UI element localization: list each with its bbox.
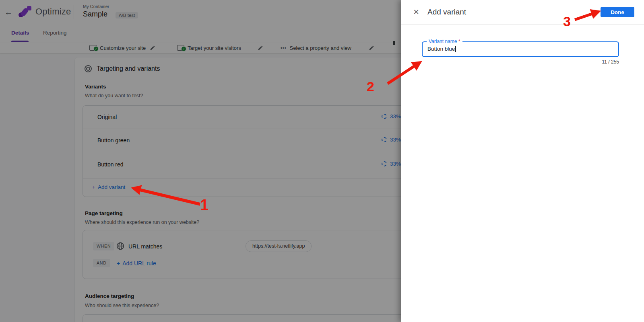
panel-header: ✕ Add variant Done bbox=[401, 0, 644, 25]
optimize-app: ← Optimize My Container Sample A/B test … bbox=[0, 0, 644, 322]
variant-name-label: Variant name * bbox=[427, 39, 462, 44]
done-button[interactable]: Done bbox=[601, 7, 634, 17]
variant-name-input[interactable]: Variant name * Button blue bbox=[422, 41, 619, 57]
add-variant-panel: ✕ Add variant Done Variant name * Button… bbox=[401, 0, 644, 322]
char-counter: 11 / 255 bbox=[422, 59, 619, 65]
required-asterisk: * bbox=[458, 39, 460, 44]
close-icon[interactable]: ✕ bbox=[411, 7, 421, 17]
annotation-number-1: 1 bbox=[200, 197, 208, 214]
panel-title: Add variant bbox=[427, 8, 466, 16]
annotation-number-2: 2 bbox=[367, 79, 374, 94]
variant-name-value: Button blue bbox=[427, 46, 456, 52]
annotation-number-3: 3 bbox=[563, 14, 571, 29]
text-cursor bbox=[455, 46, 456, 52]
